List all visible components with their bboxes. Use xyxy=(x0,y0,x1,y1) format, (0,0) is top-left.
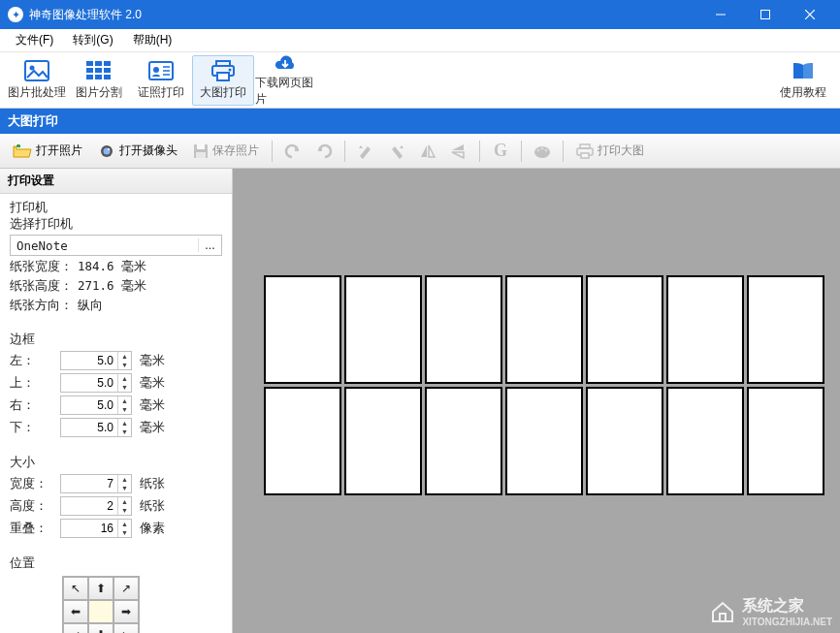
spin-down-icon[interactable]: ▼ xyxy=(118,506,131,515)
spin-down-icon[interactable]: ▼ xyxy=(118,405,131,414)
printer-select[interactable]: OneNote ... xyxy=(10,235,222,256)
pos-s[interactable]: ⬇ xyxy=(88,623,113,633)
grayscale-icon: G xyxy=(494,141,507,161)
svg-point-16 xyxy=(153,67,159,73)
select-printer-label: 选择打印机 xyxy=(10,216,222,233)
redo-icon xyxy=(315,143,333,159)
spin-up-icon[interactable]: ▲ xyxy=(118,396,131,405)
page-tile xyxy=(425,387,502,495)
spin-up-icon[interactable]: ▲ xyxy=(118,419,131,427)
spin-up-icon[interactable]: ▲ xyxy=(118,475,131,484)
print-big-button[interactable]: 打印大图 xyxy=(569,138,651,165)
house-icon xyxy=(709,600,736,623)
flip-v-icon xyxy=(450,143,468,159)
pos-e[interactable]: ➡ xyxy=(113,600,139,623)
border-top-input[interactable]: ▲▼ xyxy=(60,373,132,393)
menu-file[interactable]: 文件(F) xyxy=(6,29,63,51)
main-area: 打印设置 打印机 选择打印机 OneNote ... 纸张宽度：184.6 毫米… xyxy=(0,169,840,633)
open-camera-button[interactable]: 打开摄像头 xyxy=(91,138,184,165)
printer-more-button[interactable]: ... xyxy=(198,238,221,252)
redo-button[interactable] xyxy=(309,138,339,165)
page-tile xyxy=(747,275,824,384)
rotate-left-button[interactable] xyxy=(351,138,380,165)
position-header: 位置 xyxy=(10,554,222,572)
pos-ne[interactable]: ↗ xyxy=(113,577,139,600)
palette-button[interactable] xyxy=(528,138,557,165)
pos-center[interactable] xyxy=(88,600,113,623)
book-icon xyxy=(790,59,817,82)
border-right-input[interactable]: ▲▼ xyxy=(60,396,132,415)
grayscale-button[interactable]: G xyxy=(486,138,515,165)
size-width-label: 宽度： xyxy=(10,476,60,492)
ribbon-tutorial[interactable]: 使用教程 xyxy=(772,55,834,106)
overlap-input[interactable]: ▲▼ xyxy=(60,519,132,538)
svg-point-32 xyxy=(541,146,544,149)
window-title: 神奇图像处理软件 2.0 xyxy=(29,7,698,23)
flip-horizontal-button[interactable] xyxy=(413,138,442,165)
menu-goto[interactable]: 转到(G) xyxy=(63,29,122,51)
preview-canvas: 系统之家 XITONGZHIJIA.NET xyxy=(233,169,840,633)
svg-rect-12 xyxy=(86,75,93,79)
size-width-input[interactable]: ▲▼ xyxy=(60,474,132,493)
spin-down-icon[interactable]: ▼ xyxy=(118,383,131,392)
flip-vertical-button[interactable] xyxy=(444,138,473,165)
svg-point-31 xyxy=(537,148,540,151)
svg-rect-11 xyxy=(104,68,111,73)
spin-up-icon[interactable]: ▲ xyxy=(118,520,131,528)
pos-n[interactable]: ⬆ xyxy=(88,577,113,600)
minimize-button[interactable] xyxy=(698,0,743,29)
section-header: 大图打印 xyxy=(0,109,840,134)
open-photo-button[interactable]: 打开照片 xyxy=(6,138,89,165)
menu-help[interactable]: 帮助(H) xyxy=(123,29,182,51)
spin-down-icon[interactable]: ▼ xyxy=(118,528,131,537)
spin-up-icon[interactable]: ▲ xyxy=(118,352,131,361)
border-left-input[interactable]: ▲▼ xyxy=(60,351,132,370)
svg-rect-37 xyxy=(720,614,726,621)
undo-button[interactable] xyxy=(278,138,307,165)
ribbon-split[interactable]: 图片分割 xyxy=(68,55,130,106)
border-bottom-input[interactable]: ▲▼ xyxy=(60,418,132,437)
svg-rect-9 xyxy=(86,68,93,73)
save-photo-button[interactable]: 保存照片 xyxy=(186,138,266,165)
svg-rect-10 xyxy=(95,68,102,73)
spin-down-icon[interactable]: ▼ xyxy=(118,427,131,436)
page-grid xyxy=(264,275,824,495)
size-height-label: 高度： xyxy=(10,498,60,515)
paper-height-value: 271.6 毫米 xyxy=(78,278,146,295)
ribbon-idprint[interactable]: 证照打印 xyxy=(130,55,192,106)
paper-width-value: 184.6 毫米 xyxy=(78,259,146,275)
svg-point-26 xyxy=(108,148,110,150)
pos-nw[interactable]: ↖ xyxy=(63,577,88,600)
maximize-button[interactable] xyxy=(743,0,788,29)
ribbon-bigprint[interactable]: 大图打印 xyxy=(192,55,254,106)
printer-group: 打印机 选择打印机 OneNote ... 纸张宽度：184.6 毫米 纸张高度… xyxy=(0,194,232,325)
rotate-right-button[interactable] xyxy=(382,138,411,165)
ribbon-batch[interactable]: 图片批处理 xyxy=(6,55,68,106)
camera-icon xyxy=(98,143,115,159)
orientation-value: 纵向 xyxy=(78,298,103,314)
undo-icon xyxy=(284,143,302,159)
page-tile xyxy=(666,387,744,495)
pos-se[interactable]: ↘ xyxy=(113,623,139,633)
page-tile xyxy=(264,275,341,384)
border-header: 边框 xyxy=(10,331,222,348)
pos-w[interactable]: ⬅ xyxy=(63,600,88,623)
spin-up-icon[interactable]: ▲ xyxy=(118,497,131,506)
page-tile xyxy=(344,387,422,495)
grid-icon xyxy=(85,59,113,82)
size-height-input[interactable]: ▲▼ xyxy=(60,496,132,516)
svg-rect-4 xyxy=(25,61,48,80)
close-button[interactable] xyxy=(788,0,832,29)
separator xyxy=(344,141,345,162)
page-tile xyxy=(586,275,663,384)
pos-sw[interactable]: ↙ xyxy=(63,623,88,633)
spin-down-icon[interactable]: ▼ xyxy=(118,361,131,369)
printer-label: 打印机 xyxy=(10,200,222,216)
separator xyxy=(272,141,273,162)
spin-down-icon[interactable]: ▼ xyxy=(118,484,131,492)
page-tile xyxy=(586,387,663,495)
svg-rect-13 xyxy=(95,75,102,79)
spin-up-icon[interactable]: ▲ xyxy=(118,374,131,383)
svg-rect-7 xyxy=(95,61,102,66)
ribbon-download[interactable]: 下载网页图片 xyxy=(254,55,316,106)
